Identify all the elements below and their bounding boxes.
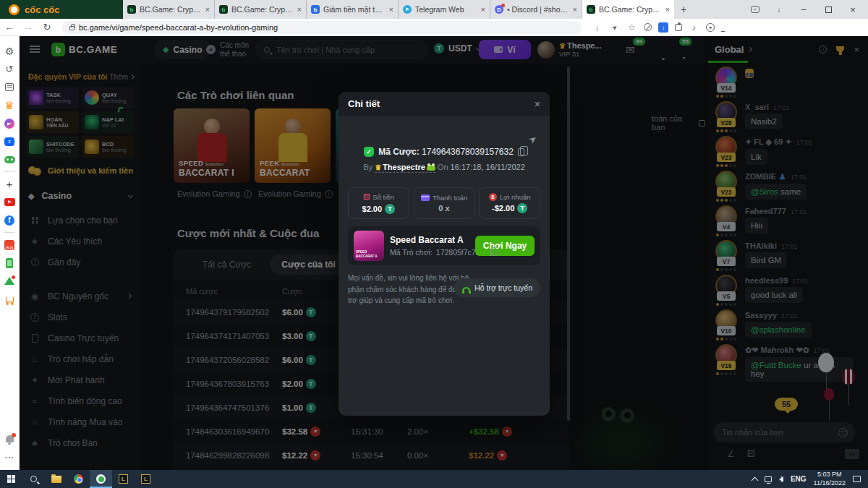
lol-game-icon[interactable]: L (135, 470, 157, 488)
extensions-icon[interactable] (675, 24, 682, 31)
profile-icon[interactable] (706, 23, 715, 32)
settings-gear-icon[interactable] (0, 42, 20, 60)
copy-icon[interactable] (518, 148, 524, 156)
url-field[interactable]: bc.game/vi/game/speed-baccarat-a-by-evol… (62, 21, 582, 34)
coccoc-taskbar-icon[interactable] (90, 470, 112, 488)
youtube-icon[interactable] (0, 193, 20, 211)
browser-tab-1[interactable]: bBC.Game: Crypto Casino Gam× (123, 0, 215, 19)
back-button[interactable] (0, 22, 19, 33)
rail-more-icon[interactable] (0, 448, 20, 466)
hot-crown-icon[interactable] (0, 96, 20, 114)
maximize-button[interactable] (825, 7, 832, 13)
system-tray: ENG 5:03 PM11/16/2022 (752, 471, 868, 487)
facebook-ic[interactable]: f (0, 211, 20, 229)
network-icon[interactable] (765, 476, 772, 482)
game-name: Speed Baccarat A (390, 235, 469, 245)
close-window-button[interactable] (848, 4, 858, 14)
modal-game-row: SPEEDBACCARAT A Speed Baccarat A Mã Trò … (348, 226, 540, 265)
browser-tab-telegram[interactable]: ➤Telegram Web× (399, 0, 490, 19)
tab-close-icon[interactable]: × (481, 5, 485, 14)
reload-button[interactable] (38, 22, 56, 33)
newsfeed-icon[interactable] (0, 78, 20, 96)
lol-client-icon[interactable]: L (112, 470, 135, 488)
bet-stats: Số tiền $2.00 Thanh toán 0 x Lợi nhuận -… (348, 187, 540, 219)
browser-tab-2[interactable]: bBC.Game: Crypto Casino Gam× (215, 0, 307, 19)
tab3-favicon: b (311, 5, 320, 14)
zalo-icon[interactable]: Z (0, 132, 20, 150)
notifications-bell-icon[interactable] (0, 429, 20, 448)
browser-tab-bar: cốc cốc bBC.Game: Crypto Casino Gam× bBC… (0, 0, 868, 19)
tab-close-icon[interactable]: × (573, 5, 577, 14)
taskbar-search-icon[interactable] (22, 470, 45, 488)
bet-id-value[interactable]: 1749643678039157632 (422, 147, 514, 157)
verified-shield-icon (364, 147, 374, 157)
browser-side-rail: Z f 25.11 (0, 36, 20, 470)
usdt-coin-icon (517, 203, 527, 213)
support-help-text: Mọi vấn đề, xin vui lòng liên hệ với bộ … (348, 273, 469, 307)
tab-search-icon[interactable] (751, 6, 760, 13)
screen: cốc cốc bBC.Game: Crypto Casino Gam× bBC… (0, 0, 868, 488)
save-page-icon[interactable] (592, 22, 603, 33)
stat-payout: Thanh toán 0 x (414, 187, 475, 219)
windows-taskbar: L L ENG 5:03 PM11/16/2022 (0, 470, 868, 488)
bet-datetime: 16:17:18, 16/11/2022 (451, 163, 525, 171)
telegram-favicon: ➤ (403, 5, 412, 14)
url-text[interactable]: bc.game/vi/game/speed-baccarat-a-by-evol… (79, 23, 278, 32)
game-thumbnail[interactable]: SPEEDBACCARAT A (354, 231, 384, 261)
tab-close-icon[interactable]: × (389, 5, 393, 14)
history-icon[interactable] (0, 60, 20, 78)
start-button[interactable] (0, 470, 22, 488)
browser-tab-3[interactable]: bGiảm tiền mặt theo tiến hóa× (307, 0, 399, 19)
modal-header: Chi tiết (339, 92, 550, 116)
chrome-icon[interactable] (67, 470, 90, 488)
cart-shortcut-icon[interactable] (0, 290, 20, 308)
bookmark-star-icon[interactable] (626, 22, 637, 33)
new-tab-button[interactable] (674, 0, 693, 19)
volume-icon[interactable] (779, 476, 783, 482)
tab-close-icon[interactable]: × (297, 5, 302, 14)
battery-saver-icon[interactable] (0, 254, 20, 272)
bcgame-favicon: b (219, 5, 228, 14)
share-arrow-icon[interactable] (527, 132, 540, 146)
adblock-shield-icon[interactable] (644, 23, 652, 31)
money-icon (489, 193, 497, 201)
hat-shortcut-icon[interactable] (0, 272, 20, 290)
language-indicator[interactable]: ENG (791, 475, 807, 483)
share-icon[interactable] (609, 22, 620, 33)
usdt-coin-icon (385, 204, 395, 214)
coccoc-logo-icon (9, 4, 20, 15)
action-center-icon[interactable] (853, 476, 861, 482)
file-explorer-icon[interactable] (45, 470, 67, 488)
sale-shortcut-icon[interactable]: 25.11 (0, 236, 20, 254)
window-controls (741, 0, 868, 19)
bcgame-favicon: b (127, 5, 136, 14)
media-icon[interactable] (689, 22, 699, 33)
bet-details-modal: Chi tiết Mã Cược: 1749643678039157632 By… (339, 92, 550, 416)
live-support-button[interactable]: Hỗ trợ trực tuyến (454, 278, 540, 297)
play-now-button[interactable]: Chơi Ngay (475, 236, 535, 256)
coccoc-brand: cốc cốc (0, 0, 123, 19)
rail-divider (4, 171, 15, 172)
tray-expand-icon[interactable] (751, 476, 758, 484)
forward-button[interactable] (19, 22, 38, 33)
session-restore-icon[interactable] (774, 4, 784, 14)
modal-close-icon[interactable] (535, 98, 540, 110)
tab-close-icon[interactable]: × (665, 5, 670, 14)
modal-title: Chi tiết (348, 98, 380, 109)
minimize-button[interactable] (799, 4, 809, 14)
download-manager-icon[interactable] (658, 22, 668, 33)
taskbar-clock[interactable]: 5:03 PM11/16/2022 (814, 471, 846, 487)
games-gamepad-icon[interactable] (0, 150, 20, 168)
headset-icon (462, 287, 470, 292)
downloads-tray-icon[interactable] (721, 22, 732, 33)
lock-icon (69, 26, 75, 30)
discord-favicon: D (495, 5, 503, 14)
tab-close-icon[interactable]: × (205, 5, 210, 14)
bet-user-link[interactable]: Thespectre (375, 163, 435, 173)
add-shortcut-icon[interactable] (0, 175, 20, 193)
browser-tab-active[interactable]: bBC.Game: Crypto Casino Gam× (582, 0, 674, 19)
messenger-icon[interactable] (0, 114, 20, 132)
game-code-row: Mã Trò chơi:172805f7c7b... (390, 248, 469, 257)
browser-tab-discord[interactable]: D• Discord | #show-off-you× (490, 0, 582, 19)
stat-profit: Lợi nhuận -$2.00 (479, 187, 540, 219)
